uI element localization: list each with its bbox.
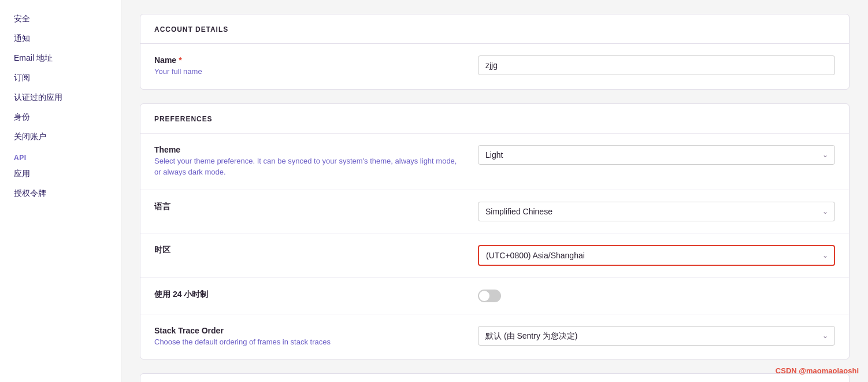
name-label-col: Name * Your full name: [154, 55, 478, 77]
language-select[interactable]: Simplified Chinese English Traditional C…: [478, 202, 835, 221]
name-required-indicator: *: [179, 55, 181, 65]
timezone-label-col: 时区: [154, 245, 478, 255]
name-label: Name *: [154, 55, 464, 65]
timezone-control-col: (UTC+0800) Asia/Shanghai (UTC+0000) UTC …: [478, 245, 835, 266]
theme-control-col: Light Dark System ⌄: [478, 145, 835, 165]
account-details-card: ACCOUNT DETAILS Name * Your full name: [140, 14, 850, 90]
watermark: CSDN @maomaolaoshi: [776, 366, 859, 375]
theme-row: Theme Select your theme preference. It c…: [140, 133, 849, 190]
sidebar-api-header: API: [0, 147, 121, 164]
theme-select[interactable]: Light Dark System: [478, 145, 835, 165]
preferences-body: Theme Select your theme preference. It c…: [140, 133, 849, 359]
stack-trace-label: Stack Trace Order: [154, 326, 464, 335]
timezone-select[interactable]: (UTC+0800) Asia/Shanghai (UTC+0000) UTC: [478, 245, 835, 266]
sidebar-item-apps[interactable]: 应用: [0, 164, 121, 184]
account-details-header: ACCOUNT DETAILS: [140, 14, 849, 44]
preferences-title: PREFERENCES: [154, 115, 213, 123]
theme-select-wrapper: Light Dark System ⌄: [478, 145, 835, 165]
sidebar-item-security[interactable]: 安全: [0, 9, 121, 29]
preferences-header: PREFERENCES: [140, 104, 849, 133]
stack-trace-description: Choose the default ordering of frames in…: [154, 336, 464, 348]
sidebar-item-email[interactable]: Email 地址: [0, 49, 121, 68]
language-label: 语言: [154, 202, 464, 212]
main-content: ACCOUNT DETAILS Name * Your full name PR…: [121, 0, 868, 382]
sidebar-item-auth-tokens[interactable]: 授权令牌: [0, 184, 121, 203]
stack-trace-select[interactable]: 默认 (由 Sentry 为您决定) Newest First Oldest F…: [478, 326, 835, 346]
name-input-col: [478, 55, 835, 75]
theme-label: Theme: [154, 145, 464, 154]
24h-clock-row: 使用 24 小时制: [140, 278, 849, 314]
stack-trace-control-col: 默认 (由 Sentry 为您决定) Newest First Oldest F…: [478, 326, 835, 346]
timezone-select-wrapper: (UTC+0800) Asia/Shanghai (UTC+0000) UTC …: [478, 245, 835, 266]
stack-trace-row: Stack Trace Order Choose the default ord…: [140, 314, 849, 359]
sidebar-item-subscriptions[interactable]: 订阅: [0, 68, 121, 88]
language-control-col: Simplified Chinese English Traditional C…: [478, 202, 835, 221]
language-row: 语言 Simplified Chinese English Traditiona…: [140, 190, 849, 233]
avatar-card: 头像 使用初始值: [140, 373, 850, 382]
stack-trace-label-col: Stack Trace Order Choose the default ord…: [154, 326, 478, 348]
sidebar-item-close-account[interactable]: 关闭账户: [0, 127, 121, 147]
theme-label-col: Theme Select your theme preference. It c…: [154, 145, 478, 178]
language-select-wrapper: Simplified Chinese English Traditional C…: [478, 202, 835, 221]
24h-clock-label: 使用 24 小时制: [154, 290, 464, 300]
preferences-card: PREFERENCES Theme Select your theme pref…: [140, 103, 850, 360]
sidebar-item-notifications[interactable]: 通知: [0, 29, 121, 49]
account-details-title: ACCOUNT DETAILS: [154, 25, 228, 34]
avatar-header: 头像: [140, 374, 849, 382]
name-row: Name * Your full name: [140, 44, 849, 89]
name-placeholder-text: Your full name: [154, 66, 464, 77]
sidebar: 安全 通知 Email 地址 订阅 认证过的应用 身份 关闭账户 API 应用 …: [0, 0, 121, 382]
account-details-body: Name * Your full name: [140, 44, 849, 89]
24h-clock-toggle[interactable]: [478, 290, 501, 302]
timezone-label: 时区: [154, 245, 464, 255]
sidebar-item-authorized-apps[interactable]: 认证过的应用: [0, 88, 121, 107]
theme-description: Select your theme preference. It can be …: [154, 155, 464, 178]
stack-trace-select-wrapper: 默认 (由 Sentry 为您决定) Newest First Oldest F…: [478, 326, 835, 346]
language-label-col: 语言: [154, 202, 478, 212]
24h-clock-control-col: [478, 290, 835, 302]
24h-clock-label-col: 使用 24 小时制: [154, 290, 478, 300]
name-input[interactable]: [478, 55, 835, 75]
sidebar-item-identity[interactable]: 身份: [0, 107, 121, 127]
timezone-row: 时区 (UTC+0800) Asia/Shanghai (UTC+0000) U…: [140, 233, 849, 278]
24h-clock-toggle-wrapper: [478, 290, 501, 302]
